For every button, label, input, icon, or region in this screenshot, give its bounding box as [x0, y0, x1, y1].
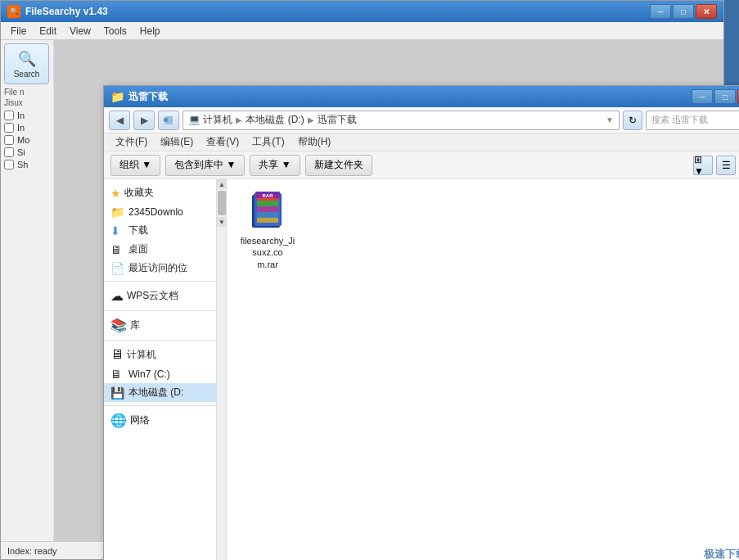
nav-scroll-up[interactable]: ▲	[217, 179, 227, 189]
explorer-title-bar: 📁 迅雷下载 ─ □ ✕	[104, 86, 739, 107]
preview-pane-button[interactable]: ☰	[716, 156, 736, 175]
nav-desktop-label: 桌面	[128, 242, 148, 256]
nav-local-d[interactable]: 💾 本地磁盘 (D:	[104, 383, 226, 402]
address-sep-2: ▶	[308, 115, 314, 124]
network-section[interactable]: 🌐 网络	[104, 409, 226, 431]
filter-mo-label: Mo	[17, 135, 29, 145]
nav-desktop[interactable]: 🖥 桌面	[104, 240, 226, 259]
exp-menu-file[interactable]: 文件(F)	[109, 133, 154, 151]
file-item-rar[interactable]: RAR filesearchy_Jisuxz.com.rar	[235, 187, 300, 273]
svg-rect-9	[257, 218, 278, 223]
nav-recent-label: 最近访问的位	[128, 261, 187, 275]
computer-section[interactable]: 🖥 计算机	[104, 344, 226, 365]
rar-file-name: filesearchy_Jisuxz.com.rar	[238, 235, 297, 270]
win7c-icon: 🖥	[110, 368, 125, 381]
computer-label: 计算机	[127, 348, 156, 362]
svg-rect-6	[257, 201, 278, 206]
menu-view[interactable]: View	[63, 24, 97, 38]
address-path[interactable]: 💻 计算机 ▶ 本地磁盘 (D:) ▶ 迅雷下载 ▼	[182, 111, 620, 130]
nav-2345downloads[interactable]: 📁 2345Downlo	[104, 203, 226, 221]
recent-icon: 📄	[110, 262, 125, 275]
explorer-controls: ─ □ ✕	[692, 89, 739, 104]
nav-win7c[interactable]: 🖥 Win7 (C:)	[104, 365, 226, 383]
favorites-section[interactable]: ★ 收藏夹	[104, 183, 226, 203]
address-bar: ◀ ▶ 💻 计算机 ▶ 本地磁盘 (D:) ▶ 迅雷下载 ▼ ↻	[104, 107, 739, 133]
forward-button[interactable]: ▶	[133, 111, 155, 130]
nav-scrollbar[interactable]: ▲ ▼	[216, 179, 226, 560]
nav-2345-label: 2345Downlo	[128, 206, 183, 218]
title-bar: 🔍 FileSearchy v1.43 ─ □ ✕	[1, 1, 723, 22]
network-icon: 🌐	[110, 413, 127, 428]
explorer-search-text: 搜索 迅雷下载	[651, 114, 739, 126]
nav-scroll-thumb[interactable]	[218, 191, 226, 215]
rar-file-icon: RAR	[247, 191, 288, 232]
menu-tools[interactable]: Tools	[97, 24, 133, 38]
network-label: 网络	[130, 413, 150, 427]
address-thunder: 迅雷下载	[318, 113, 357, 127]
wps-section[interactable]: ☁ WPS云文档	[104, 285, 226, 307]
filter-in-1-checkbox[interactable]	[4, 111, 14, 120]
svg-rect-8	[257, 212, 278, 218]
filter-sh-checkbox[interactable]	[4, 160, 14, 169]
menu-bar: File Edit View Tools Help	[1, 22, 723, 40]
nav-download[interactable]: ⬇ 下载	[104, 221, 226, 240]
search-button[interactable]: 🔍 Search	[4, 43, 49, 84]
nav-sep-4	[104, 405, 226, 406]
filter-in-1: In	[4, 111, 50, 120]
folder-2345-icon: 📁	[110, 205, 125, 219]
filter-si-label: Si	[17, 147, 25, 157]
files-area: RAR filesearchy_Jisuxz.com.rar	[227, 179, 739, 560]
explorer-window: 📁 迅雷下载 ─ □ ✕ ◀ ▶ 💻 计算机	[103, 85, 739, 560]
nav-recent[interactable]: 📄 最近访问的位	[104, 259, 226, 278]
explorer-toolbar: 组织 ▼ 包含到库中 ▼ 共享 ▼ 新建文件夹 ⊞ ▼ ☰ ⓘ	[104, 151, 739, 179]
nav-sep-1	[104, 281, 226, 282]
minimize-button[interactable]: ─	[650, 4, 671, 19]
maximize-button[interactable]: □	[673, 4, 694, 19]
view-mode-button[interactable]: ⊞ ▼	[693, 156, 713, 175]
filter-in-2-checkbox[interactable]	[4, 123, 14, 133]
exp-menu-edit[interactable]: 编辑(E)	[154, 133, 200, 151]
filter-in-2-label: In	[17, 123, 25, 133]
menu-edit[interactable]: Edit	[33, 24, 63, 38]
search-label: Search	[14, 70, 40, 79]
exp-menu-view[interactable]: 查看(V)	[200, 133, 246, 151]
local-d-icon: 💾	[110, 386, 125, 400]
up-button[interactable]	[158, 111, 179, 130]
explorer-maximize-button[interactable]: □	[714, 89, 736, 104]
status-left: Index: ready	[7, 546, 57, 556]
close-button[interactable]: ✕	[696, 4, 717, 19]
back-button[interactable]: ◀	[109, 111, 130, 130]
title-bar-controls: ─ □ ✕	[650, 4, 717, 19]
menu-help[interactable]: Help	[133, 24, 167, 38]
address-dropdown-icon[interactable]: ▼	[606, 115, 614, 124]
explorer-menu-bar: 文件(F) 编辑(E) 查看(V) 工具(T) 帮助(H)	[104, 133, 739, 151]
organize-button[interactable]: 组织 ▼	[110, 155, 160, 176]
nav-scroll-down[interactable]: ▼	[217, 217, 227, 227]
explorer-search-box[interactable]: 搜索 迅雷下载 🔍	[646, 111, 739, 130]
file-n-label: File n	[4, 88, 50, 97]
share-button[interactable]: 共享 ▼	[250, 155, 300, 176]
view-controls: ⊞ ▼ ☰ ⓘ	[693, 156, 739, 175]
filter-si: Si	[4, 147, 50, 157]
filter-mo-checkbox[interactable]	[4, 135, 14, 145]
nav-download-label: 下载	[128, 224, 148, 237]
explorer-title-text: 迅雷下载	[128, 90, 692, 104]
filter-si-checkbox[interactable]	[4, 147, 14, 157]
nav-sep-2	[104, 310, 226, 311]
menu-file[interactable]: File	[4, 24, 33, 38]
favorites-label: 收藏夹	[124, 186, 154, 200]
desktop-icon: 🖥	[110, 243, 125, 256]
exp-menu-help[interactable]: 帮助(H)	[291, 133, 338, 151]
svg-text:RAR: RAR	[263, 193, 274, 198]
lib-section[interactable]: 📚 库	[104, 314, 226, 336]
new-folder-button[interactable]: 新建文件夹	[305, 155, 372, 176]
app-icon: 🔍	[7, 5, 20, 18]
include-library-button[interactable]: 包含到库中 ▼	[165, 155, 245, 176]
refresh-button[interactable]: ↻	[623, 111, 642, 130]
main-content-area: 🔍 Search File n Jisux In In Mo Si	[1, 40, 723, 541]
explorer-minimize-button[interactable]: ─	[692, 89, 713, 104]
filter-in-1-label: In	[17, 111, 25, 120]
download-icon: ⬇	[110, 224, 125, 237]
filter-sh-label: Sh	[17, 160, 28, 169]
exp-menu-tools[interactable]: 工具(T)	[246, 133, 291, 151]
